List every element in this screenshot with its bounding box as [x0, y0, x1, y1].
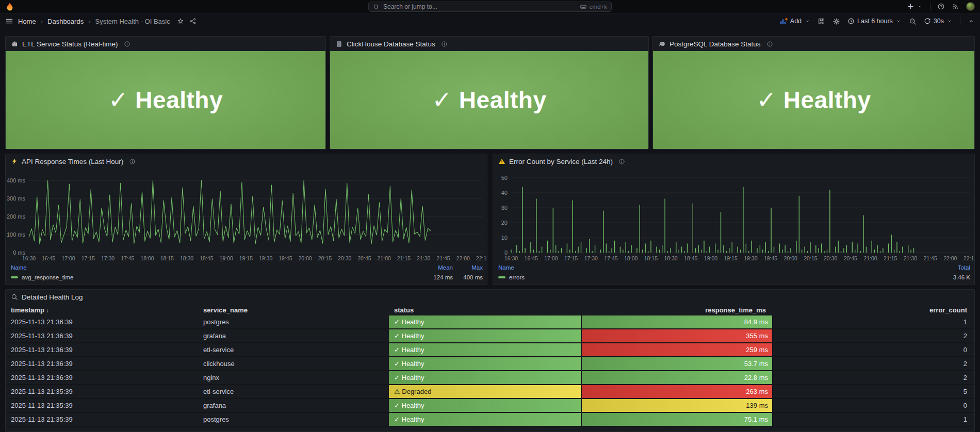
- svg-text:19:30: 19:30: [744, 255, 757, 261]
- help-icon[interactable]: [937, 3, 945, 10]
- panel-error-count: Error Count by Service (Last 24h) 010203…: [493, 154, 975, 285]
- panel-title[interactable]: Detailed Health Log: [22, 293, 83, 301]
- cell-service-name: clickhouse: [198, 357, 389, 370]
- new-button[interactable]: [907, 3, 923, 10]
- search-shortcut: cmd+k: [580, 3, 607, 10]
- legend-series-row: avg_response_time124 ms400 ms: [11, 272, 483, 282]
- chart-panel-row: API Response Times (Last Hour) 0 ms100 m…: [5, 154, 975, 285]
- panel-title[interactable]: Error Count by Service (Last 24h): [509, 158, 613, 165]
- add-panel-button[interactable]: Add: [779, 17, 810, 25]
- plus-icon: [907, 3, 914, 10]
- svg-text:16:45: 16:45: [525, 255, 538, 261]
- info-icon[interactable]: [441, 41, 448, 47]
- chart-legend: NameMeanMaxavg_response_time124 ms400 ms: [11, 262, 483, 283]
- series-name[interactable]: errors: [509, 274, 525, 280]
- svg-text:21:00: 21:00: [378, 255, 391, 261]
- lightning-icon: [11, 158, 18, 165]
- kiosk-chevron-up-icon[interactable]: [968, 18, 975, 25]
- svg-text:18:00: 18:00: [624, 255, 638, 261]
- save-dashboard-icon[interactable]: [818, 18, 825, 25]
- cell-timestamp: 2025-11-13 21:35:39: [6, 385, 198, 398]
- info-icon[interactable]: [129, 158, 136, 165]
- zoom-out-icon[interactable]: [909, 18, 917, 25]
- info-icon[interactable]: [618, 158, 625, 165]
- breadcrumb-dashboard-title: System Health - OI Basic: [95, 18, 170, 25]
- cell-service-name: grafana: [198, 399, 389, 412]
- favorite-star-icon[interactable]: [177, 18, 184, 25]
- clock-icon: [847, 18, 855, 25]
- elephant-icon: [658, 40, 666, 48]
- cell-response-time: 22.8 ms: [582, 371, 773, 384]
- keyboard-icon: [580, 3, 587, 10]
- legend-series-row: errors3.46 K: [498, 272, 970, 282]
- cell-error-count: 1: [773, 413, 974, 426]
- column-header-error_count[interactable]: error_count: [773, 306, 974, 314]
- news-rss-icon[interactable]: [952, 3, 959, 10]
- menu-toggle-icon[interactable]: [5, 17, 13, 25]
- panel-title[interactable]: ETL Service Status (Real-time): [22, 40, 118, 48]
- svg-text:19:00: 19:00: [219, 255, 233, 261]
- column-header-response_time_ms[interactable]: response_time_ms: [582, 306, 773, 314]
- svg-text:20:45: 20:45: [357, 255, 371, 261]
- timeseries-plot[interactable]: 0102030405016:3016:4517:0017:1517:3017:4…: [493, 169, 974, 264]
- breadcrumb-separator: ›: [88, 18, 90, 25]
- series-name[interactable]: avg_response_time: [22, 274, 73, 280]
- svg-text:300 ms: 300 ms: [7, 195, 26, 202]
- stat-panel-postgres-status: PostgreSQL Database Status✓ Healthy: [652, 36, 975, 149]
- cell-response-time: 75.1 ms: [582, 413, 773, 426]
- table-row: 2025-11-13 21:36:39clickhouse✓ Healthy53…: [6, 357, 974, 371]
- svg-text:20:45: 20:45: [844, 255, 857, 261]
- cell-status: ✓ Healthy: [389, 399, 582, 412]
- cell-timestamp: 2025-11-13 21:35:39: [6, 413, 198, 426]
- user-avatar[interactable]: [966, 2, 975, 11]
- grafana-logo-icon[interactable]: [5, 2, 14, 11]
- cell-status: ⚠ Degraded: [389, 385, 582, 398]
- column-header-status[interactable]: status: [389, 306, 582, 314]
- search-placeholder: Search or jump to...: [383, 3, 437, 10]
- breadcrumb-bar: Home › Dashboards › System Health - OI B…: [0, 13, 980, 29]
- svg-text:19:30: 19:30: [259, 255, 272, 261]
- column-header-service_name[interactable]: service_name: [198, 306, 389, 314]
- time-range-picker[interactable]: Last 6 hours: [847, 18, 902, 25]
- stat-value: ✓ Healthy: [108, 86, 223, 114]
- svg-text:18:30: 18:30: [664, 255, 677, 261]
- svg-text:17:45: 17:45: [121, 255, 134, 261]
- timeseries-plot[interactable]: 0 ms100 ms200 ms300 ms400 ms16:3016:4517…: [6, 169, 487, 264]
- svg-text:18:45: 18:45: [684, 255, 697, 261]
- panel-title[interactable]: PostgreSQL Database Status: [669, 40, 761, 48]
- info-icon[interactable]: [124, 41, 130, 47]
- cell-service-name: nginx: [198, 371, 389, 384]
- svg-text:0 ms: 0 ms: [13, 250, 25, 256]
- chevron-down-icon: [917, 4, 923, 10]
- table-row: 2025-11-13 21:35:39grafana✓ Healthy139 m…: [6, 399, 974, 413]
- robot-icon: [11, 40, 19, 48]
- table-row: 2025-11-13 21:36:39etl-service✓ Healthy2…: [6, 343, 974, 357]
- breadcrumb-home[interactable]: Home: [18, 18, 36, 25]
- column-header-timestamp[interactable]: timestamp↓: [6, 306, 198, 314]
- cell-service-name: etl-service: [198, 343, 389, 356]
- svg-text:17:15: 17:15: [81, 255, 95, 261]
- svg-text:17:00: 17:00: [544, 255, 558, 261]
- panel-title[interactable]: API Response Times (Last Hour): [22, 158, 123, 165]
- table-header: timestamp↓service_namestatusresponse_tim…: [6, 304, 974, 315]
- cell-error-count: 1: [773, 315, 974, 328]
- cell-service-name: postgres: [198, 413, 389, 426]
- cell-error-count: 2: [773, 329, 974, 342]
- cell-service-name: postgres: [198, 315, 389, 328]
- share-icon[interactable]: [189, 18, 197, 25]
- cell-error-count: 2: [773, 371, 974, 384]
- svg-text:18:00: 18:00: [140, 255, 154, 261]
- dashboard-settings-icon[interactable]: [832, 18, 840, 25]
- panel-title[interactable]: ClickHouse Database Status: [347, 40, 435, 48]
- cell-error-count: 5: [773, 385, 974, 398]
- search-input[interactable]: Search or jump to... cmd+k: [368, 2, 612, 12]
- refresh-picker[interactable]: 30s: [924, 18, 953, 25]
- cell-status: ✓ Healthy: [389, 343, 582, 356]
- cell-response-time: 139 ms: [582, 399, 773, 412]
- breadcrumb-dashboards[interactable]: Dashboards: [47, 18, 84, 25]
- svg-text:21:00: 21:00: [863, 255, 877, 261]
- svg-text:400 ms: 400 ms: [7, 177, 26, 184]
- svg-text:10: 10: [501, 235, 508, 241]
- svg-text:0: 0: [504, 250, 508, 256]
- info-icon[interactable]: [766, 41, 773, 47]
